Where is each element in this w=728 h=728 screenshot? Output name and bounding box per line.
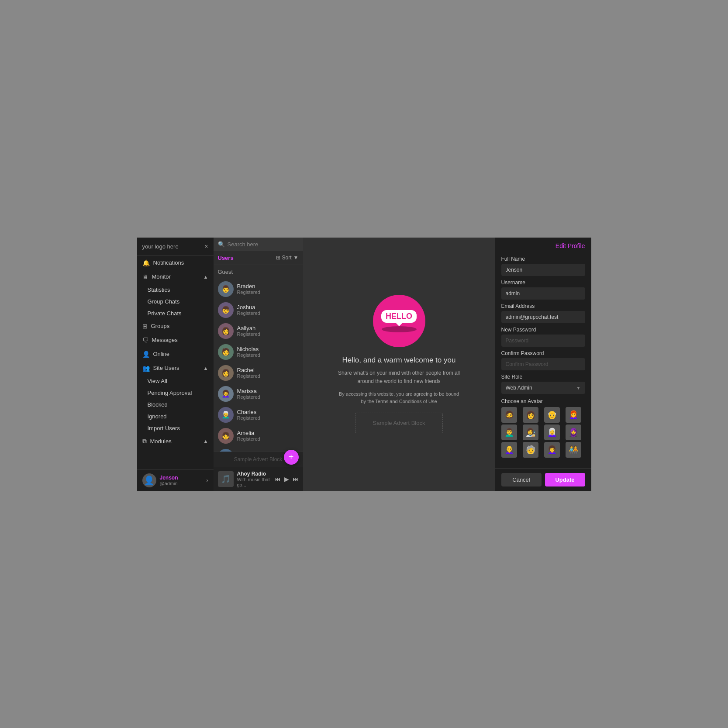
user-name: Amelia	[237, 430, 288, 436]
sidebar-item-label: Site Users	[153, 365, 179, 371]
media-subtitle: With music that go...	[237, 477, 271, 487]
sidebar-item-label: Monitor	[152, 273, 171, 280]
confirm-password-field[interactable]	[501, 358, 585, 370]
music-icon: 🎵	[221, 474, 231, 484]
sidebar-item-group-chats[interactable]: Group Chats	[137, 296, 214, 307]
sidebar-item-import[interactable]: Import Users	[137, 422, 214, 434]
full-name-field[interactable]	[501, 264, 585, 276]
avatar-option[interactable]: 👩‍🦲	[501, 442, 517, 458]
chevron-right-icon: ›	[207, 477, 208, 483]
avatar-option[interactable]: 🧑‍🤝‍🧑	[566, 442, 581, 458]
avatar-option[interactable]: 👩	[523, 407, 538, 423]
panel-actions: Cancel Update	[495, 468, 591, 491]
user-item[interactable]: 🧑 Nicholas Registered ⋮	[214, 342, 303, 362]
sidebar-item-site-users[interactable]: 👥 Site Users ▲	[137, 361, 214, 375]
search-icon: 🔍	[218, 241, 225, 248]
welcome-title: Hello, and a warm welcome to you	[342, 356, 456, 365]
user-role: Registered	[237, 373, 288, 379]
sidebar-item-blocked[interactable]: Blocked	[137, 399, 214, 411]
avatar: 👨‍🦳	[218, 407, 234, 423]
sidebar-item-messages[interactable]: 🗨 Messages	[137, 333, 214, 347]
sidebar-item-groups[interactable]: ⊞ Groups	[137, 319, 214, 333]
user-item[interactable]: 👩‍🦱 Marissa Registered ⋮	[214, 383, 303, 404]
avatar-option[interactable]: 🧔	[501, 407, 517, 423]
main-advert-block: Sample Advert Block	[355, 413, 443, 433]
media-play-button[interactable]: ▶	[284, 476, 289, 483]
user-name: Marissa	[237, 388, 288, 394]
sidebar-item-notifications[interactable]: 🔔 Notifications	[137, 256, 214, 270]
user-name: Nicholas	[237, 346, 288, 352]
sidebar-item-label: Messages	[152, 337, 178, 343]
avatar-option[interactable]: 👩‍🦳	[544, 424, 560, 440]
sidebar-item-label: View All	[148, 378, 167, 384]
edit-profile-title[interactable]: Edit Profile	[555, 242, 585, 249]
sidebar-item-pending[interactable]: Pending Approval	[137, 387, 214, 399]
update-button[interactable]: Update	[545, 473, 585, 486]
sidebar-item-label: Online	[153, 351, 170, 357]
avatar: 👩	[218, 323, 234, 339]
sidebar-item-label: Group Chats	[148, 298, 180, 305]
avatar-option[interactable]: 👨‍🦱	[501, 424, 517, 440]
media-next-button[interactable]: ⏭	[293, 476, 299, 483]
user-name: Joshua	[237, 304, 288, 311]
add-user-button[interactable]: +	[284, 450, 299, 465]
user-item[interactable]: 👩 Aaliyah Registered ⋮	[214, 321, 303, 342]
search-input[interactable]	[228, 241, 299, 248]
avatar: 👩‍🦱	[218, 386, 234, 402]
current-user-role: @admin	[160, 481, 203, 486]
user-role: Registered	[237, 290, 288, 295]
sidebar-item-monitor[interactable]: 🖥 Monitor ▲	[137, 270, 214, 284]
user-item[interactable]: 👨 Braden Registered ⋮	[214, 279, 303, 300]
users-label: Users	[218, 255, 234, 261]
search-bar: 🔍	[214, 238, 303, 251]
media-prev-button[interactable]: ⏮	[275, 476, 281, 483]
user-item[interactable]: 👧 Amelia Registered ⋮	[214, 425, 303, 446]
main-chat-area: HELLO Hello, and a warm welcome to you S…	[303, 238, 495, 491]
hello-text: HELLO	[386, 312, 412, 321]
user-role: Registered	[237, 415, 288, 421]
avatar-option[interactable]: 👩‍🦱	[544, 442, 560, 458]
username-group: Username	[495, 278, 591, 301]
email-field[interactable]	[501, 311, 585, 323]
avatar-option[interactable]: 🧓	[523, 442, 538, 458]
cancel-button[interactable]: Cancel	[501, 473, 542, 486]
media-thumbnail: 🎵	[218, 471, 234, 487]
new-password-field[interactable]	[501, 335, 585, 347]
sidebar-item-label: Pending Approval	[148, 390, 192, 396]
close-icon[interactable]: ×	[204, 243, 208, 250]
email-label: Email Address	[501, 303, 585, 309]
user-list: Guest 👨 Braden Registered ⋮ 👦 Joshua Reg…	[214, 265, 303, 452]
messages-icon: 🗨	[142, 337, 148, 344]
avatar-option[interactable]: 👴	[544, 407, 560, 423]
avatar: 👩	[218, 365, 234, 381]
sidebar-user-profile[interactable]: 👤 Jenson @admin ›	[137, 469, 214, 491]
monitor-icon: 🖥	[142, 273, 148, 280]
sidebar-item-label: Notifications	[153, 259, 184, 266]
sidebar-item-view-all[interactable]: View All	[137, 375, 214, 387]
media-title: Ahoy Radio	[237, 471, 271, 477]
media-controls: ⏮ ▶ ⏭	[275, 476, 299, 483]
sidebar-item-statistics[interactable]: Statistics	[137, 284, 214, 296]
user-name: Braden	[237, 283, 288, 290]
sidebar-item-ignored[interactable]: Ignored	[137, 411, 214, 422]
avatar-option[interactable]: 👩‍🎨	[523, 424, 538, 440]
sidebar-item-private-chats[interactable]: Private Chats	[137, 307, 214, 319]
sort-button[interactable]: ⊞ Sort ▼	[276, 255, 299, 261]
user-item[interactable]: 👦 Joshua Registered ⋮	[214, 300, 303, 321]
avatar-option[interactable]: 🧕	[566, 424, 581, 440]
sidebar-item-label: Statistics	[148, 286, 170, 293]
sidebar: your logo here × 🔔 Notifications 🖥 Monit…	[137, 238, 214, 491]
user-item[interactable]: 👨‍🦳 Charles Registered ⋮	[214, 404, 303, 425]
sidebar-item-online[interactable]: 👤 Online	[137, 347, 214, 361]
avatar: 👧	[218, 428, 234, 444]
confirm-password-label: Confirm Password	[501, 350, 585, 356]
avatar-option[interactable]: 👩‍🦰	[566, 407, 581, 423]
bell-icon: 🔔	[142, 259, 150, 266]
edit-profile-header: Edit Profile	[495, 238, 591, 254]
sidebar-item-modules[interactable]: ⧉ Modules ▲	[137, 434, 214, 449]
user-item[interactable]: 👩 Rachel Registered ⋮	[214, 362, 303, 383]
welcome-subtitle1: Share what's on your mind with other peo…	[338, 369, 460, 386]
modules-icon: ⧉	[142, 438, 147, 445]
site-role-select[interactable]: Web Admin	[501, 382, 585, 394]
username-field[interactable]	[501, 287, 585, 300]
